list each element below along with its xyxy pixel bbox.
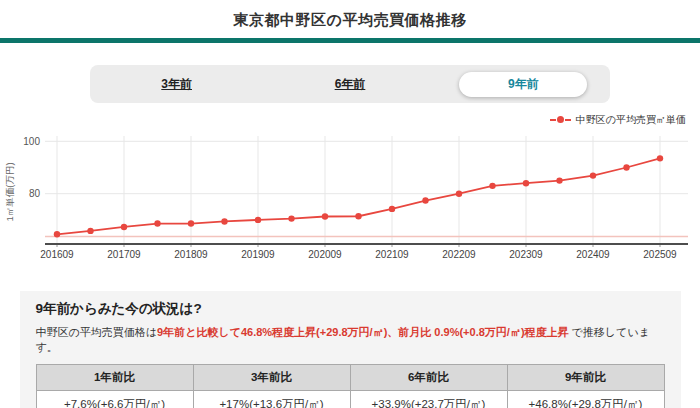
col-header-9year: 9年前比 — [507, 364, 664, 390]
summary-desc-prefix: 中野区の平均売買価格は — [36, 326, 158, 338]
svg-text:80: 80 — [29, 188, 41, 199]
svg-text:202409: 202409 — [576, 249, 610, 260]
summary-panel: 9年前からみた今の状況は? 中野区の平均売買価格は9年前と比較して46.8%程度… — [20, 291, 681, 408]
value-9year: +46.8%(+29.8万円/㎡) — [507, 390, 664, 408]
legend-line-icon — [550, 119, 556, 121]
tab-3years-label: 3年前 — [161, 76, 192, 93]
tab-6years[interactable]: 6年前 — [263, 65, 436, 103]
legend-label: 中野区の平均売買㎡単価 — [576, 113, 686, 127]
col-header-1year: 1年前比 — [36, 364, 193, 390]
summary-heading: 9年前からみた今の状況は? — [36, 300, 665, 318]
svg-text:1㎡単価(万円): 1㎡単価(万円) — [4, 162, 15, 221]
svg-text:201809: 201809 — [174, 249, 208, 260]
summary-desc-highlight: 9年前と比較して46.8%程度上昇(+29.8万円/㎡)、前月比 0.9%(+0… — [157, 326, 569, 338]
col-header-3year: 3年前比 — [193, 364, 350, 390]
tab-9years-active-pill: 9年前 — [459, 72, 587, 97]
svg-text:202309: 202309 — [509, 249, 543, 260]
svg-text:202109: 202109 — [375, 249, 409, 260]
value-6year: +33.9%(+23.7万円/㎡) — [350, 390, 507, 408]
period-tab-bar: 3年前 6年前 9年前 — [90, 65, 610, 103]
value-1year: +7.6%(+6.6万円/㎡) — [36, 390, 193, 408]
svg-text:201609: 201609 — [40, 249, 74, 260]
tab-9years-label: 9年前 — [508, 76, 539, 93]
comparison-table-header-row: 1年前比 3年前比 6年前比 9年前比 — [36, 364, 664, 390]
svg-text:201709: 201709 — [107, 249, 141, 260]
tab-6years-label: 6年前 — [335, 76, 366, 93]
tab-3years[interactable]: 3年前 — [90, 65, 263, 103]
page-header: 東京都中野区の平均売買価格推移 — [0, 0, 700, 43]
comparison-table-value-row: +7.6%(+6.6万円/㎡) +17%(+13.6万円/㎡) +33.9%(+… — [36, 390, 664, 408]
legend-dot-icon — [557, 116, 564, 123]
chart-area: 2016092017092018092019092020092021092022… — [0, 130, 700, 274]
summary-description: 中野区の平均売買価格は9年前と比較して46.8%程度上昇(+29.8万円/㎡)、… — [36, 325, 665, 355]
value-3year: +17%(+13.6万円/㎡) — [193, 390, 350, 408]
svg-text:201909: 201909 — [241, 249, 275, 260]
svg-text:202509: 202509 — [643, 249, 677, 260]
page-title: 東京都中野区の平均売買価格推移 — [0, 11, 700, 30]
chart-legend: 中野区の平均売買㎡単価 — [0, 113, 686, 126]
title-divider — [0, 38, 700, 43]
legend-line-icon — [565, 119, 571, 121]
svg-text:202009: 202009 — [308, 249, 342, 260]
price-trend-line-chart: 2016092017092018092019092020092021092022… — [0, 130, 700, 270]
col-header-6year: 6年前比 — [350, 364, 507, 390]
comparison-table: 1年前比 3年前比 6年前比 9年前比 +7.6%(+6.6万円/㎡) +17%… — [36, 364, 665, 408]
svg-text:202209: 202209 — [442, 249, 476, 260]
svg-text:100: 100 — [23, 136, 40, 147]
tab-9years[interactable]: 9年前 — [437, 65, 610, 103]
legend-item-nakano-series[interactable]: 中野区の平均売買㎡単価 — [550, 113, 686, 127]
